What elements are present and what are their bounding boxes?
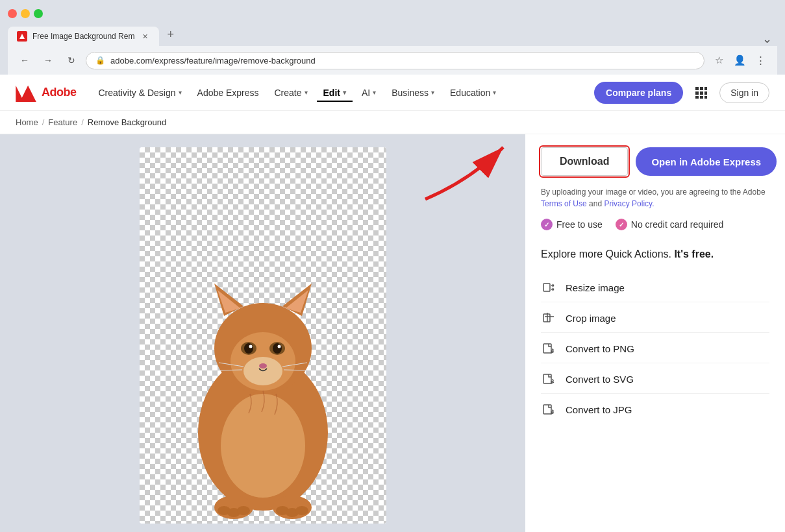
breadcrumb-current: Remove Background: [88, 117, 166, 127]
nav-item-create[interactable]: Create ▾: [268, 84, 314, 102]
apps-grid-button[interactable]: [691, 82, 712, 103]
quick-action-resize-label: Resize image: [566, 282, 625, 293]
minimize-traffic-light[interactable]: [21, 9, 30, 18]
free-badge-icon: ✓: [541, 219, 553, 230]
close-traffic-light[interactable]: [8, 9, 17, 18]
address-bar-row: ← → ↻ 🔒 adobe.com/express/feature/image/…: [8, 46, 777, 75]
nav-item-creativity[interactable]: Creativity & Design ▾: [92, 84, 188, 102]
active-tab[interactable]: Free Image Background Rem ✕: [8, 27, 159, 46]
breadcrumb-feature[interactable]: Feature: [48, 117, 77, 127]
resize-icon: [541, 280, 556, 295]
reload-button[interactable]: ↻: [62, 51, 81, 69]
lock-icon: 🔒: [95, 56, 105, 65]
svg-rect-41: [543, 284, 550, 291]
right-panel: Download Open in Adobe Express By upload…: [525, 134, 785, 532]
nav-item-adobe-express[interactable]: Adobe Express: [191, 84, 266, 102]
terms-text: By uploading your image or video, you ar…: [541, 186, 769, 210]
menu-button[interactable]: ⋮: [751, 51, 769, 69]
nav-item-ai[interactable]: AI ▾: [355, 84, 382, 102]
explore-title: Explore more Quick Actions. It's free.: [541, 248, 769, 260]
quick-actions-list: Resize image Crop image: [541, 273, 769, 424]
compare-plans-button[interactable]: Compare plans: [594, 82, 683, 104]
red-arrow-annotation: [386, 128, 516, 206]
crop-icon: [541, 310, 556, 326]
back-button[interactable]: ←: [16, 51, 34, 69]
quick-action-resize[interactable]: Resize image: [541, 273, 769, 302]
svg-point-26: [259, 363, 267, 369]
nav-right: Compare plans Sign in: [594, 82, 769, 104]
quick-action-convert-svg[interactable]: Convert to SVG: [541, 365, 769, 394]
quick-action-convert-jpg[interactable]: Convert to JPG: [541, 395, 769, 424]
download-button[interactable]: Download: [541, 147, 628, 176]
convert-jpg-icon: [541, 402, 556, 417]
bookmark-button[interactable]: ☆: [710, 51, 728, 69]
tab-overflow-button[interactable]: ⌄: [757, 32, 777, 46]
svg-rect-9: [695, 96, 699, 99]
quick-action-convert-svg-label: Convert to SVG: [566, 374, 634, 385]
url-text: adobe.com/express/feature/image/remove-b…: [110, 56, 695, 66]
svg-rect-45: [543, 405, 551, 414]
breadcrumb-sep-2: /: [81, 117, 84, 127]
image-area: [0, 134, 525, 532]
badges: ✓ Free to use ✓ No credit card required: [541, 219, 769, 230]
svg-rect-10: [700, 96, 703, 99]
chevron-down-icon: ▾: [305, 89, 308, 96]
tab-title: Free Image Background Rem: [32, 32, 134, 41]
open-in-adobe-express-button[interactable]: Open in Adobe Express: [636, 147, 777, 176]
svg-rect-43: [543, 344, 551, 353]
image-container: [140, 147, 386, 524]
address-bar[interactable]: 🔒 adobe.com/express/feature/image/remove…: [86, 52, 704, 69]
browser-action-buttons: ☆ 👤 ⋮: [710, 51, 769, 69]
chevron-down-icon: ▾: [431, 89, 434, 96]
maximize-traffic-light[interactable]: [34, 9, 43, 18]
privacy-policy-link[interactable]: Privacy Policy.: [604, 199, 654, 208]
top-nav: Adobe Creativity & Design ▾ Adobe Expres…: [0, 75, 785, 111]
breadcrumb: Home / Feature / Remove Background: [0, 111, 785, 134]
svg-point-25: [277, 345, 280, 348]
page-wrapper: Adobe Creativity & Design ▾ Adobe Expres…: [0, 75, 785, 532]
tab-bar: Free Image Background Rem ✕ + ⌄: [8, 23, 777, 46]
svg-rect-5: [704, 87, 707, 90]
svg-point-36: [237, 506, 250, 515]
svg-rect-6: [695, 91, 699, 95]
quick-action-convert-png[interactable]: Convert to PNG: [541, 334, 769, 363]
nav-items: Creativity & Design ▾ Adobe Express Crea…: [92, 84, 595, 102]
checkerboard-background: [140, 147, 386, 524]
svg-point-22: [249, 345, 252, 348]
main-content: Download Open in Adobe Express By upload…: [0, 134, 785, 532]
breadcrumb-home[interactable]: Home: [16, 117, 38, 127]
cat-image: [172, 212, 354, 524]
new-tab-button[interactable]: +: [160, 23, 181, 46]
grid-icon: [695, 87, 707, 99]
chevron-down-icon: ▾: [493, 89, 496, 96]
nav-item-education[interactable]: Education ▾: [443, 84, 503, 102]
tab-favicon: [17, 31, 27, 42]
browser-chrome: Free Image Background Rem ✕ + ⌄ ← → ↻ 🔒 …: [0, 0, 785, 75]
svg-rect-11: [704, 96, 707, 99]
quick-action-crop-label: Crop image: [566, 313, 616, 324]
svg-rect-3: [695, 87, 699, 90]
quick-action-crop[interactable]: Crop image: [541, 304, 769, 333]
chevron-down-icon: ▾: [343, 89, 346, 96]
forward-button[interactable]: →: [39, 51, 57, 69]
explore-title-bold: It's free.: [674, 248, 714, 260]
no-credit-card-badge: ✓ No credit card required: [616, 219, 723, 230]
breadcrumb-sep-1: /: [42, 117, 45, 127]
adobe-logo[interactable]: Adobe: [16, 84, 77, 102]
no-credit-card-label: No credit card required: [631, 219, 723, 230]
nav-item-business[interactable]: Business ▾: [385, 84, 441, 102]
tab-close-button[interactable]: ✕: [140, 31, 150, 42]
chevron-down-icon: ▾: [373, 89, 376, 96]
terms-of-use-link[interactable]: Terms of Use: [541, 199, 587, 208]
profile-button[interactable]: 👤: [730, 51, 749, 69]
download-btn-wrapper: Download: [541, 147, 628, 176]
svg-marker-0: [19, 34, 25, 39]
action-buttons: Download Open in Adobe Express: [541, 147, 769, 176]
nav-item-edit[interactable]: Edit ▾: [317, 84, 353, 102]
convert-svg-icon: [541, 371, 556, 387]
adobe-logo-svg: [16, 84, 36, 102]
svg-point-24: [273, 343, 282, 354]
sign-in-button[interactable]: Sign in: [719, 82, 769, 103]
svg-rect-8: [704, 91, 707, 95]
no-credit-card-icon: ✓: [616, 219, 627, 230]
